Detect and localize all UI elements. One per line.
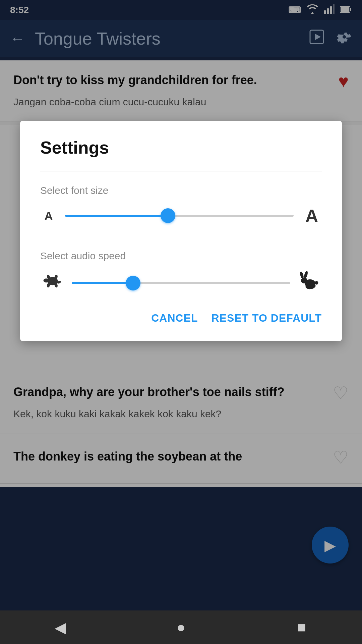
font-small-icon: A <box>40 209 57 222</box>
nav-home-icon: ● <box>177 619 186 636</box>
font-large-icon: A <box>302 206 322 226</box>
reset-button[interactable]: RESET TO DEFAULT <box>212 309 322 328</box>
font-size-row: A A <box>40 206 322 226</box>
font-size-thumb[interactable] <box>161 208 175 223</box>
nav-recent-button[interactable]: ■ <box>288 614 315 641</box>
cancel-button[interactable]: CANCEL <box>151 309 198 328</box>
nav-recent-icon: ■ <box>297 619 306 636</box>
audio-speed-fill <box>72 282 133 284</box>
svg-point-10 <box>44 278 49 282</box>
nav-home-button[interactable]: ● <box>168 614 194 641</box>
rabbit-icon <box>298 271 322 295</box>
dialog-actions: CANCEL RESET TO DEFAULT <box>40 302 322 328</box>
bottom-nav: ◀ ● ■ <box>0 610 362 644</box>
settings-dialog: Settings Select font size A A Select aud… <box>20 121 342 341</box>
svg-point-19 <box>304 271 308 279</box>
dialog-divider-2 <box>40 238 322 238</box>
dialog-title: Settings <box>40 138 322 158</box>
turtle-icon <box>40 271 64 295</box>
dialog-divider-1 <box>40 171 322 171</box>
svg-point-22 <box>315 281 318 285</box>
audio-speed-thumb[interactable] <box>126 276 140 290</box>
nav-back-icon: ◀ <box>55 619 66 636</box>
font-size-fill <box>65 215 168 217</box>
nav-back-button[interactable]: ◀ <box>47 614 74 641</box>
audio-speed-label: Select audio speed <box>40 250 322 262</box>
audio-speed-row <box>40 271 322 295</box>
audio-speed-slider[interactable] <box>72 282 290 284</box>
font-size-label: Select font size <box>40 185 322 196</box>
font-size-slider[interactable] <box>65 215 294 217</box>
